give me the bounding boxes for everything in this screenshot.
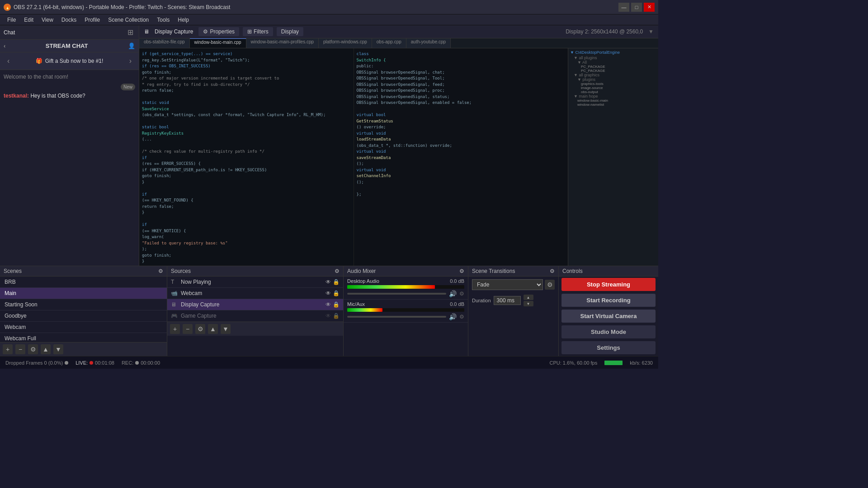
audio-mixer-settings-icon[interactable]: ⚙ bbox=[459, 268, 464, 274]
gift-prev-button[interactable]: ‹ bbox=[5, 56, 11, 66]
source-lock-icon-4[interactable]: 🔒 bbox=[333, 313, 340, 319]
desktop-volume-slider[interactable] bbox=[347, 293, 446, 295]
transition-duration-row: Duration ▲ ▼ bbox=[468, 293, 558, 308]
transition-settings-button[interactable]: ⚙ bbox=[545, 280, 555, 290]
scenes-header: Scenes ⚙ bbox=[0, 266, 167, 277]
menu-item-docks[interactable]: Docks bbox=[58, 16, 80, 24]
source-item-now-playing[interactable]: T Now Playing 👁 🔒 bbox=[167, 277, 343, 288]
chat-message-1: testkanal: Hey is that OBS code? bbox=[4, 92, 135, 100]
audio-mixer-header: Audio Mixer ⚙ bbox=[344, 266, 468, 277]
scene-move-up-button[interactable]: ▲ bbox=[41, 344, 51, 354]
scenes-toolbar: + − ⚙ ▲ ▼ bbox=[0, 342, 167, 356]
source-eye-icon-2[interactable]: 👁 bbox=[326, 290, 331, 296]
transitions-settings-icon[interactable]: ⚙ bbox=[550, 268, 555, 274]
gift-next-button[interactable]: › bbox=[127, 56, 133, 66]
source-move-up-button[interactable]: ▲ bbox=[208, 324, 218, 334]
mic-audio-settings-button[interactable]: ⚙ bbox=[459, 314, 464, 320]
stream-chat-user-icon[interactable]: 👤 bbox=[128, 42, 135, 49]
duration-input[interactable] bbox=[494, 296, 521, 305]
menu-bar: FileEditViewDocksProfileScene Collection… bbox=[0, 14, 658, 25]
menu-item-profile[interactable]: Profile bbox=[81, 16, 104, 24]
start-recording-button[interactable]: Start Recording bbox=[561, 294, 656, 307]
source-lock-icon-2[interactable]: 🔒 bbox=[333, 290, 340, 296]
code-tab-4[interactable]: platform-windows.cpp bbox=[319, 38, 372, 48]
gift-icon: 🎁 bbox=[36, 58, 42, 64]
code-tab-5[interactable]: obs-app.cpp bbox=[372, 38, 406, 48]
duration-up-button[interactable]: ▲ bbox=[524, 295, 533, 300]
source-item-game-capture[interactable]: 🎮 Game Capture 👁 🔒 bbox=[167, 310, 343, 322]
scene-item-webcam[interactable]: Webcam bbox=[0, 322, 167, 333]
scene-item-goodbye[interactable]: Goodbye bbox=[0, 310, 167, 322]
scene-move-down-button[interactable]: ▼ bbox=[53, 344, 63, 354]
properties-button[interactable]: ⚙ Properties bbox=[198, 27, 239, 36]
dock-pin-button[interactable]: ⊞ bbox=[126, 27, 135, 38]
transitions-header: Scene Transitions ⚙ bbox=[468, 266, 558, 277]
menu-item-help[interactable]: Help bbox=[174, 16, 193, 24]
scene-settings-button[interactable]: ⚙ bbox=[28, 344, 38, 354]
stream-chat-left-arrow[interactable]: ‹ bbox=[4, 42, 5, 49]
source-game-icon: 🎮 bbox=[171, 313, 178, 319]
source-display-icon: 🖥 bbox=[171, 301, 178, 308]
source-lock-icon-3[interactable]: 🔒 bbox=[333, 301, 340, 308]
kbps-status: kb/s: 6230 bbox=[630, 360, 653, 366]
status-right: CPU: 1.6%, 60.00 fps kb/s: 6230 bbox=[549, 360, 653, 366]
source-remove-button[interactable]: − bbox=[183, 324, 193, 334]
menu-item-file[interactable]: File bbox=[4, 16, 19, 24]
source-item-display-capture[interactable]: 🖥 Display Capture 👁 🔒 bbox=[167, 299, 343, 310]
scene-add-button[interactable]: + bbox=[3, 344, 13, 354]
source-eye-icon[interactable]: 👁 bbox=[326, 279, 331, 285]
display-button[interactable]: Display bbox=[277, 27, 303, 36]
sources-title: Sources bbox=[171, 268, 191, 274]
maximize-button[interactable]: □ bbox=[631, 3, 642, 12]
mic-mute-button[interactable]: 🔊 bbox=[449, 313, 457, 320]
scene-item-starting-soon[interactable]: Starting Soon bbox=[0, 299, 167, 310]
source-webcam-icon: 📹 bbox=[171, 290, 178, 296]
source-eye-icon-3[interactable]: 👁 bbox=[326, 301, 331, 308]
minimize-button[interactable]: — bbox=[618, 3, 629, 12]
controls-panel: Controls Stop Streaming Start Recording … bbox=[559, 266, 658, 356]
scene-item-main[interactable]: Main bbox=[0, 288, 167, 299]
scene-remove-button[interactable]: − bbox=[15, 344, 25, 354]
audio-channel-mic: Mic/Aux 0.0 dB 🔊 ⚙ bbox=[344, 300, 468, 323]
transition-type-select[interactable]: Fade Cut Swipe Slide bbox=[472, 279, 543, 290]
desktop-audio-name: Desktop Audio bbox=[347, 278, 379, 284]
source-now-playing-controls: 👁 🔒 bbox=[326, 279, 340, 285]
display-settings-icon[interactable]: ▼ bbox=[648, 28, 654, 35]
studio-mode-button[interactable]: Studio Mode bbox=[561, 325, 656, 338]
duration-down-button[interactable]: ▼ bbox=[524, 301, 533, 306]
scenes-settings-icon[interactable]: ⚙ bbox=[158, 268, 163, 274]
menu-item-tools[interactable]: Tools bbox=[153, 16, 173, 24]
bitrate-indicator bbox=[604, 361, 623, 365]
desktop-audio-meter-fill bbox=[347, 285, 435, 289]
start-virtual-camera-button[interactable]: Start Virtual Camera bbox=[561, 310, 656, 323]
scene-item-webcam-full[interactable]: Webcam Full bbox=[0, 333, 167, 342]
mic-aux-db: 0.0 dB bbox=[450, 301, 464, 307]
menu-item-scene collection[interactable]: Scene Collection bbox=[104, 16, 152, 24]
source-now-playing-name: Now Playing bbox=[181, 279, 323, 285]
desktop-mute-button[interactable]: 🔊 bbox=[449, 290, 457, 297]
filters-button[interactable]: ⊞ Filters bbox=[243, 27, 273, 36]
menu-item-view[interactable]: View bbox=[38, 16, 57, 24]
source-eye-icon-4[interactable]: 👁 bbox=[326, 313, 331, 319]
source-item-webcam[interactable]: 📹 Webcam 👁 🔒 bbox=[167, 288, 343, 299]
scene-item-brb[interactable]: BRB bbox=[0, 277, 167, 288]
source-settings-button[interactable]: ⚙ bbox=[195, 324, 205, 334]
code-tab-3[interactable]: window-basic-main-profiles.cpp bbox=[246, 38, 319, 48]
code-tab-2[interactable]: window-basic-main.cpp bbox=[190, 38, 246, 48]
code-tab-1[interactable]: obs-stabilize-file.cpp bbox=[139, 38, 190, 48]
mic-volume-slider[interactable] bbox=[347, 316, 446, 318]
audio-channel-desktop: Desktop Audio 0.0 dB 🔊 ⚙ bbox=[344, 277, 468, 300]
close-button[interactable]: ✕ bbox=[644, 3, 655, 12]
source-move-down-button[interactable]: ▼ bbox=[221, 324, 231, 334]
dropped-frames-status: Dropped Frames 0 (0.0%) bbox=[5, 360, 68, 366]
source-display-bar: 🖥 Display Capture ⚙ Properties ⊞ Filters… bbox=[139, 25, 658, 38]
menu-item-edit[interactable]: Edit bbox=[20, 16, 37, 24]
stop-streaming-button[interactable]: Stop Streaming bbox=[561, 278, 656, 291]
source-lock-icon[interactable]: 🔒 bbox=[333, 279, 340, 285]
controls-title: Controls bbox=[562, 268, 583, 274]
sources-settings-icon[interactable]: ⚙ bbox=[335, 268, 340, 274]
code-tab-6[interactable]: auth-youtube.cpp bbox=[406, 38, 451, 48]
desktop-audio-settings-button[interactable]: ⚙ bbox=[459, 291, 464, 297]
settings-button[interactable]: Settings bbox=[561, 341, 656, 354]
source-add-button[interactable]: + bbox=[170, 324, 180, 334]
